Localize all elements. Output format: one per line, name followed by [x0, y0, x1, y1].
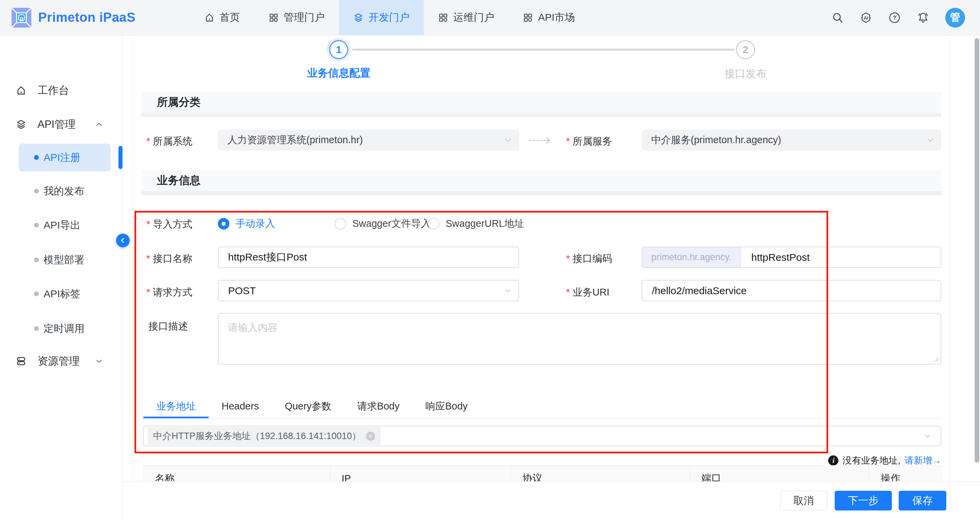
sidebar-item-api-tags[interactable]: API标签 — [0, 283, 123, 305]
sidebar-item-scheduled-call[interactable]: 定时调用 — [0, 318, 123, 339]
bullet-dot-icon — [34, 189, 39, 193]
save-button[interactable]: 保存 — [899, 491, 946, 510]
radio-swagger-file[interactable]: Swagger文件导入 — [335, 217, 431, 231]
nav-item-home[interactable]: 首页 — [190, 0, 254, 35]
api-code-prefix: primeton.hr.agency. — [642, 247, 741, 267]
resize-handle-icon[interactable] — [932, 355, 940, 364]
sidebar-item-api-register[interactable]: API注册 — [19, 144, 111, 171]
required-marker: * — [566, 287, 570, 298]
section-divider — [141, 113, 941, 117]
service-select[interactable]: 中介服务(primeton.hr.agency) — [642, 130, 941, 151]
request-method-value: POST — [228, 285, 256, 296]
api-code-input-group: primeton.hr.agency. — [642, 247, 941, 268]
active-indicator-bar — [118, 146, 123, 169]
system-field-label: *所属系统 — [146, 135, 192, 148]
sidebar-item-label: 模型部署 — [44, 253, 84, 267]
brand[interactable]: p Primeton iPaaS — [11, 8, 135, 27]
sidebar-item-workbench[interactable]: 工作台 — [0, 79, 123, 101]
tab-request-body[interactable]: 请求Body — [344, 395, 412, 418]
chevron-up-icon — [95, 120, 103, 129]
brand-name: Primeton iPaaS — [38, 10, 135, 25]
radio-label: Swagger文件导入 — [352, 217, 431, 231]
help-icon[interactable]: ? — [888, 11, 901, 24]
nav-item-ops-portal[interactable]: 运维门户 — [424, 0, 509, 35]
system-select[interactable]: 人力资源管理系统(primeton.hr) — [218, 130, 519, 151]
notice-text: 没有业务地址, — [843, 454, 900, 467]
radio-label: 手动录入 — [235, 217, 275, 231]
no-address-notice: i 没有业务地址, 请新增→ — [828, 454, 941, 467]
radio-manual-entry[interactable]: 手动录入 — [218, 217, 275, 231]
sidebar-item-label: 资源管理 — [37, 354, 80, 368]
api-name-label: *接口名称 — [146, 252, 192, 266]
sidebar-item-label: 定时调用 — [44, 322, 84, 336]
nav-item-dev-portal[interactable]: 开发门户 — [339, 0, 424, 35]
nav-item-admin-portal[interactable]: 管理门户 — [254, 0, 339, 35]
layers-icon — [353, 13, 364, 23]
bullet-dot-icon — [34, 292, 39, 296]
import-method-label: *导入方式 — [146, 218, 192, 231]
chevron-down-icon — [503, 286, 512, 295]
sidebar-item-label: API注册 — [44, 151, 80, 165]
sidebar-collapse-button[interactable] — [116, 234, 130, 247]
ai-assistant-icon[interactable]: AI — [859, 11, 872, 24]
bullet-dot-icon — [34, 155, 39, 160]
sidebar-item-my-publish[interactable]: 我的发布 — [0, 180, 123, 202]
nav-item-label: 开发门户 — [369, 11, 409, 24]
search-icon[interactable] — [832, 11, 844, 24]
radio-label: SwaggerURL地址 — [445, 217, 524, 231]
sidebar: 工作台 API管理 API注册 我的发布 API导出 模型部署 — [0, 35, 123, 520]
navbar-tools: AI ? 管 — [832, 8, 965, 27]
top-navbar: p Primeton iPaaS 首页 管理门户 — [0, 0, 980, 35]
footer-action-bar: 取消 下一步 保存 — [123, 481, 980, 520]
api-code-input[interactable] — [741, 247, 940, 267]
nav-item-label: 运维门户 — [453, 11, 494, 24]
svg-text:p: p — [20, 14, 24, 21]
add-address-link[interactable]: 请新增→ — [904, 454, 941, 467]
request-method-label: *请求方式 — [146, 286, 192, 299]
service-field-label: *所属服务 — [566, 135, 612, 148]
chevron-down-icon — [503, 135, 513, 145]
api-description-textarea[interactable] — [218, 313, 941, 365]
request-method-select[interactable]: POST — [218, 280, 519, 301]
nav-item-api-market[interactable]: API市场 — [509, 0, 589, 35]
required-marker: * — [146, 136, 150, 147]
radio-icon — [428, 218, 439, 230]
sidebar-item-resource-management[interactable]: 资源管理 — [0, 350, 123, 372]
sidebar-item-label: 工作台 — [37, 83, 69, 98]
user-avatar[interactable]: 管 — [945, 8, 965, 27]
next-step-button[interactable]: 下一步 — [835, 491, 892, 510]
sidebar-item-model-deploy[interactable]: 模型部署 — [0, 249, 123, 271]
sidebar-item-label: 我的发布 — [44, 184, 84, 198]
layers-icon — [16, 119, 27, 130]
step-1-label: 业务信息配置 — [284, 66, 393, 80]
tab-business-address[interactable]: 业务地址 — [143, 395, 208, 418]
service-select-value: 中介服务(primeton.hr.agency) — [651, 133, 781, 147]
tag-close-icon[interactable]: × — [366, 431, 375, 441]
radio-icon — [218, 218, 229, 230]
bullet-dot-icon — [34, 326, 39, 331]
section-divider — [141, 191, 941, 195]
apps-grid-icon — [438, 13, 448, 23]
portal-nav: 首页 管理门户 开发门户 运维门户 — [190, 0, 589, 35]
radio-swagger-url[interactable]: SwaggerURL地址 — [428, 217, 524, 231]
brand-logo-icon: p — [11, 8, 31, 27]
api-name-input[interactable] — [218, 247, 519, 268]
tab-query-params[interactable]: Query参数 — [272, 395, 344, 418]
step-1-circle: 1 — [329, 40, 348, 59]
tab-headers[interactable]: Headers — [208, 395, 272, 418]
mapping-arrow-icon — [527, 135, 554, 147]
cancel-button[interactable]: 取消 — [780, 491, 827, 510]
sidebar-item-api-management[interactable]: API管理 — [0, 114, 123, 135]
tab-response-body[interactable]: 响应Body — [412, 395, 480, 418]
vertical-scrollbar-thumb[interactable] — [975, 38, 979, 463]
notification-bell-icon[interactable] — [917, 11, 930, 24]
sidebar-item-label: API导出 — [44, 218, 80, 232]
step-2-label: 接口发布 — [691, 67, 800, 81]
business-uri-input[interactable] — [642, 280, 941, 301]
required-marker: * — [146, 287, 150, 298]
business-address-select[interactable]: 中介HTTP服务业务地址（192.168.16.141:10010） × — [143, 426, 941, 446]
category-section-header: 所属分类 — [141, 92, 941, 113]
step-number: 2 — [743, 44, 749, 55]
chevron-down-icon — [923, 431, 932, 441]
sidebar-item-api-export[interactable]: API导出 — [0, 214, 123, 236]
